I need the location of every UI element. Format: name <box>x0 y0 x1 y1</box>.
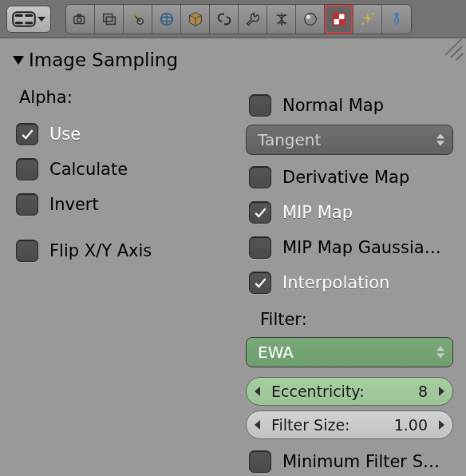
tab-constraints[interactable] <box>210 5 239 34</box>
panel-title: Image Sampling <box>29 50 178 70</box>
svg-point-21 <box>394 12 399 17</box>
filter-eccentricity-label: Eccentricity: <box>260 383 418 400</box>
layers-icon <box>101 10 118 28</box>
normal-map-label: Normal Map <box>282 96 384 115</box>
tab-render[interactable] <box>66 5 95 34</box>
derivative-map-checkbox[interactable]: Derivative Map <box>249 160 458 195</box>
checkbox-icon <box>249 201 271 224</box>
alpha-label: Alpha: <box>19 88 225 107</box>
mesh-icon <box>273 10 290 28</box>
interpolation-checkbox[interactable]: Interpolation <box>249 265 458 300</box>
svg-rect-8 <box>103 14 112 21</box>
alpha-use-checkbox[interactable]: Use <box>16 117 225 152</box>
svg-rect-2 <box>15 22 23 24</box>
tab-scene[interactable] <box>124 5 152 34</box>
chevron-left-icon <box>255 387 260 396</box>
filter-minimum-checkbox[interactable]: Minimum Filter S… <box>249 444 458 476</box>
interpolation-label: Interpolation <box>282 273 389 292</box>
checkbox-icon <box>249 272 271 294</box>
collapse-arrow-icon <box>13 56 24 65</box>
alpha-use-label: Use <box>49 125 81 144</box>
material-icon <box>302 10 319 28</box>
alpha-calculate-checkbox[interactable]: Calculate <box>16 152 225 187</box>
tab-object[interactable] <box>181 5 210 34</box>
scene-icon <box>129 10 147 28</box>
flip-xy-label: Flip X/Y Axis <box>49 241 152 260</box>
filter-eccentricity-field[interactable]: Eccentricity: 8 <box>246 377 453 406</box>
filter-size-label: Filter Size: <box>260 416 394 434</box>
derivative-map-label: Derivative Map <box>282 168 409 187</box>
checkbox-icon <box>249 166 271 188</box>
normal-map-space-value: Tangent <box>258 130 321 149</box>
svg-rect-18 <box>339 19 345 25</box>
mip-map-gaussian-checkbox[interactable]: MIP Map Gaussia… <box>249 230 458 265</box>
tab-world[interactable] <box>152 5 181 34</box>
mip-map-gaussian-label: MIP Map Gaussia… <box>282 238 441 257</box>
svg-rect-7 <box>77 14 81 16</box>
filter-size-value: 1.00 <box>394 416 439 434</box>
checkbox-icon <box>16 193 38 216</box>
checkbox-icon <box>249 450 271 473</box>
tab-data[interactable] <box>267 5 296 34</box>
mip-map-label: MIP Map <box>282 203 353 222</box>
checkbox-icon <box>249 94 271 117</box>
physics-icon <box>388 10 405 28</box>
context-selector[interactable] <box>6 6 51 33</box>
tab-material[interactable] <box>296 5 325 34</box>
updown-icon <box>436 134 444 146</box>
svg-point-20 <box>361 22 364 25</box>
checkbox-icon <box>16 158 38 180</box>
tab-render-layers[interactable] <box>95 5 124 34</box>
tab-texture[interactable] <box>325 5 353 34</box>
svg-rect-9 <box>106 17 115 24</box>
context-selector-icon <box>12 11 36 27</box>
svg-point-19 <box>371 12 373 14</box>
svg-point-14 <box>304 13 316 25</box>
filter-label: Filter: <box>260 310 458 329</box>
filter-type-value: EWA <box>258 343 294 362</box>
checkbox-icon <box>16 240 38 262</box>
chevron-left-icon <box>255 420 260 430</box>
filter-size-field[interactable]: Filter Size: 1.00 <box>246 411 453 439</box>
camera-icon <box>72 10 89 28</box>
filter-eccentricity-value: 8 <box>418 383 439 400</box>
svg-point-15 <box>306 14 310 19</box>
wrench-icon <box>244 10 262 28</box>
link-icon <box>215 10 233 28</box>
svg-point-6 <box>77 18 81 22</box>
alpha-invert-label: Invert <box>49 195 99 214</box>
mip-map-checkbox[interactable]: MIP Map <box>249 195 458 230</box>
sampling-column: Normal Map Tangent Derivative Map MIP Ma… <box>241 88 458 476</box>
texture-context-header <box>0 0 466 38</box>
cube-icon <box>187 10 204 28</box>
tab-particles[interactable] <box>353 5 382 34</box>
normal-map-space-dropdown[interactable]: Tangent <box>246 125 453 155</box>
alpha-calculate-label: Calculate <box>49 160 128 179</box>
chevron-right-icon <box>439 387 444 396</box>
svg-rect-4 <box>25 22 33 24</box>
chevron-down-icon <box>38 17 45 22</box>
svg-rect-1 <box>15 14 23 16</box>
checkbox-icon <box>16 123 38 145</box>
tab-modifiers[interactable] <box>239 5 267 34</box>
panel-header[interactable]: Image Sampling <box>13 50 458 70</box>
globe-icon <box>158 10 176 28</box>
tab-physics[interactable] <box>382 5 411 34</box>
alpha-invert-checkbox[interactable]: Invert <box>16 187 225 222</box>
svg-rect-17 <box>333 13 338 18</box>
updown-icon <box>436 347 444 359</box>
image-sampling-panel: Image Sampling Alpha: Use Calculate Inve… <box>0 38 466 476</box>
alpha-column: Alpha: Use Calculate Invert Flip X/Y Axi… <box>13 88 225 476</box>
filter-minimum-label: Minimum Filter S… <box>282 452 440 471</box>
svg-rect-3 <box>25 14 33 16</box>
properties-tabs <box>65 4 412 34</box>
checker-icon <box>330 10 348 28</box>
filter-type-dropdown[interactable]: EWA <box>246 337 453 367</box>
chevron-right-icon <box>439 420 444 430</box>
sparkle-icon <box>359 10 377 28</box>
flip-xy-checkbox[interactable]: Flip X/Y Axis <box>16 233 225 268</box>
checkbox-icon <box>249 236 271 259</box>
normal-map-checkbox[interactable]: Normal Map <box>249 88 458 123</box>
